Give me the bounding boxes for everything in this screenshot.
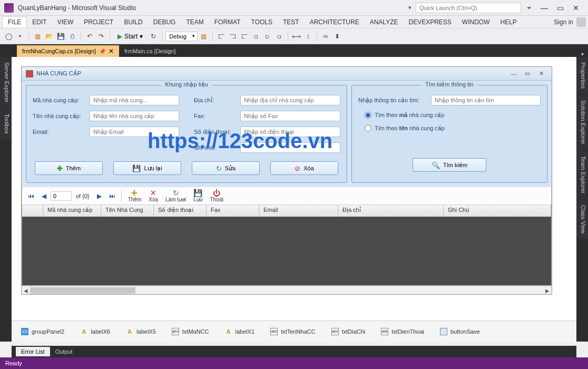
menu-architecture[interactable]: ARCHITECTURE	[305, 17, 365, 27]
menu-devexpress[interactable]: DEVEXPRESS	[403, 17, 456, 27]
data-grid[interactable]: Mã nhà cung cấp Tên Nhà Cung Số điện tho…	[22, 205, 552, 286]
menu-analyze[interactable]: ANALYZE	[365, 17, 404, 27]
tab-output[interactable]: Output	[50, 347, 78, 356]
size-w-icon[interactable]: ⬄	[320, 31, 331, 42]
input-search[interactable]	[431, 95, 541, 105]
scroll-right-icon[interactable]: ▶	[543, 286, 552, 295]
form-min-button[interactable]: —	[507, 70, 520, 78]
tray-labelx5[interactable]: AlabelX5	[126, 328, 156, 335]
rail-solution-explorer[interactable]: Solution Explorer	[576, 95, 588, 150]
tray-txtdienthoai[interactable]: abItxtDienThoai	[381, 328, 424, 335]
tray-txtdiachi[interactable]: abItxtDiaChi	[331, 328, 366, 335]
grid-col-selector[interactable]	[22, 205, 43, 217]
close-button[interactable]: ✕	[568, 3, 584, 13]
menu-edit[interactable]: EDIT	[27, 17, 52, 27]
btn-add[interactable]: ✚Thêm	[35, 161, 103, 175]
scroll-left-icon[interactable]: ◀	[22, 286, 30, 295]
tab-close-icon[interactable]: ✕	[109, 47, 114, 55]
nav-prev-icon[interactable]: ◀	[38, 190, 50, 202]
grid-col-ten[interactable]: Tên Nhà Cung	[101, 205, 154, 217]
tray-labelx6[interactable]: AlabelX6	[80, 328, 110, 335]
menu-test[interactable]: TEST	[278, 17, 305, 27]
tab-overflow-icon[interactable]: ▾	[581, 51, 584, 57]
radio-search-by-ma[interactable]: Tìm theo mã nhà cung cấp	[365, 112, 541, 119]
nav-last-icon[interactable]: ⏭	[106, 190, 118, 202]
input-ma[interactable]	[90, 95, 179, 105]
menu-window[interactable]: WINDOW	[457, 17, 495, 27]
menu-build[interactable]: BUILD	[119, 17, 148, 27]
nav-next-icon[interactable]: ▶	[94, 190, 105, 202]
nav-back-icon[interactable]: ▾	[408, 4, 411, 11]
pin-icon[interactable]: 📌	[99, 48, 105, 54]
step-icon[interactable]: ↻	[148, 31, 159, 42]
scroll-thumb[interactable]	[30, 287, 135, 294]
minimize-button[interactable]: —	[536, 3, 552, 13]
horizontal-scrollbar[interactable]: ◀ ▶	[22, 286, 552, 294]
rail-properties[interactable]: Properties	[576, 57, 588, 94]
input-fax[interactable]	[240, 111, 340, 121]
menu-format[interactable]: FORMAT	[209, 17, 246, 27]
nav-fwd-icon[interactable]: •	[15, 31, 25, 42]
quick-launch-input[interactable]	[416, 3, 521, 13]
input-sdt[interactable]	[240, 127, 340, 137]
form-max-button[interactable]: ▭	[521, 70, 534, 78]
input-ghichu[interactable]	[240, 142, 340, 153]
grid-col-email[interactable]: Email	[259, 205, 338, 217]
designer-form[interactable]: NHÀ CUNG CẤP — ▭ ✕ Khung nhập liệu Mã nh…	[21, 66, 552, 295]
menu-help[interactable]: HELP	[495, 17, 522, 27]
align-center-icon[interactable]: ⫎	[228, 31, 238, 42]
rail-class-view[interactable]: Class View	[576, 200, 588, 239]
radio-ma-input[interactable]	[365, 112, 371, 119]
tray-txtmancc[interactable]: abItxtMaNCC	[172, 328, 209, 335]
nav-pos-input[interactable]	[51, 191, 72, 201]
grid-col-sdt[interactable]: Số điện thoại	[154, 205, 207, 217]
grid-col-ghichu[interactable]: Ghi Chú	[444, 205, 551, 217]
rail-server-explorer[interactable]: Server Explorer	[0, 57, 12, 108]
btn-edit[interactable]: ↻Sửa	[192, 161, 260, 175]
tray-grouppanel2[interactable]: ▭groupPanel2	[21, 328, 64, 335]
signin-link[interactable]: Sign in	[554, 18, 573, 26]
radio-search-by-ten[interactable]: Tìm theo tên nhà cung cấp	[365, 125, 541, 132]
align-bottom-icon[interactable]: ⫏	[274, 31, 285, 42]
component-tray[interactable]: ▭groupPanel2 AlabelX6 AlabelX5 abItxtMaN…	[12, 321, 576, 342]
input-ten[interactable]	[90, 111, 179, 121]
nav-exit-button[interactable]: ⏻Thoát	[207, 189, 227, 202]
menu-debug[interactable]: DEBUG	[148, 17, 181, 27]
menu-project[interactable]: PROJECT	[79, 17, 119, 27]
btn-search[interactable]: 🔍Tìm kiếm	[413, 158, 486, 172]
rail-team-explorer[interactable]: Team Explorer	[576, 151, 588, 199]
btn-save[interactable]: 💾Lưu lại	[113, 161, 181, 175]
grid-col-fax[interactable]: Fax	[207, 205, 259, 217]
tray-txttennhacc[interactable]: abItxtTenNhaCC	[270, 328, 315, 335]
form-close-button[interactable]: ✕	[535, 70, 547, 78]
open-icon[interactable]: 📂	[44, 31, 54, 42]
tab-error-list[interactable]: Error List	[16, 347, 50, 356]
vspace-icon[interactable]: ↕	[303, 31, 313, 42]
start-button[interactable]: ▶Start ▾	[113, 32, 147, 41]
nav-back-icon[interactable]: ◯	[3, 31, 14, 42]
nav-first-icon[interactable]: ⏮	[25, 190, 37, 202]
align-middle-icon[interactable]: ⫐	[262, 31, 273, 42]
nav-add-button[interactable]: ✚Thêm	[125, 189, 145, 202]
align-right-icon[interactable]: ⫍	[239, 31, 250, 42]
radio-ten-input[interactable]	[365, 125, 371, 132]
new-icon[interactable]: ▦	[32, 31, 43, 42]
group-search[interactable]: Tìm kiếm thông tin Nhập thông tin cần tì…	[351, 85, 547, 183]
tab-frmmain[interactable]: frmMain.cs [Design]	[119, 45, 181, 57]
notify-icon[interactable]: ⏷	[526, 5, 532, 11]
menu-tools[interactable]: TOOLS	[246, 17, 278, 27]
config-dropdown[interactable]: Debug	[165, 32, 197, 41]
rail-toolbox[interactable]: Toolbox	[0, 109, 12, 139]
align-top-icon[interactable]: ⫏	[251, 31, 261, 42]
maximize-button[interactable]: ▭	[552, 3, 568, 13]
grid-col-ma[interactable]: Mã nhà cung cấp	[43, 205, 101, 217]
input-email[interactable]	[90, 127, 179, 137]
undo-icon[interactable]: ↶	[84, 31, 95, 42]
menu-team[interactable]: TEAM	[181, 17, 209, 27]
tray-buttonsave[interactable]: buttonSave	[440, 328, 480, 335]
binding-navigator[interactable]: ⏮ ◀ of {0} ▶ ⏭ ✚Thêm ✕Xóa ↻Làm tươi 💾Lưu…	[22, 187, 552, 205]
menu-file[interactable]: FILE	[2, 16, 27, 27]
avatar-icon[interactable]	[576, 17, 586, 27]
hspace-icon[interactable]: ⟷	[291, 31, 302, 42]
size-h-icon[interactable]: ⬍	[332, 31, 342, 42]
